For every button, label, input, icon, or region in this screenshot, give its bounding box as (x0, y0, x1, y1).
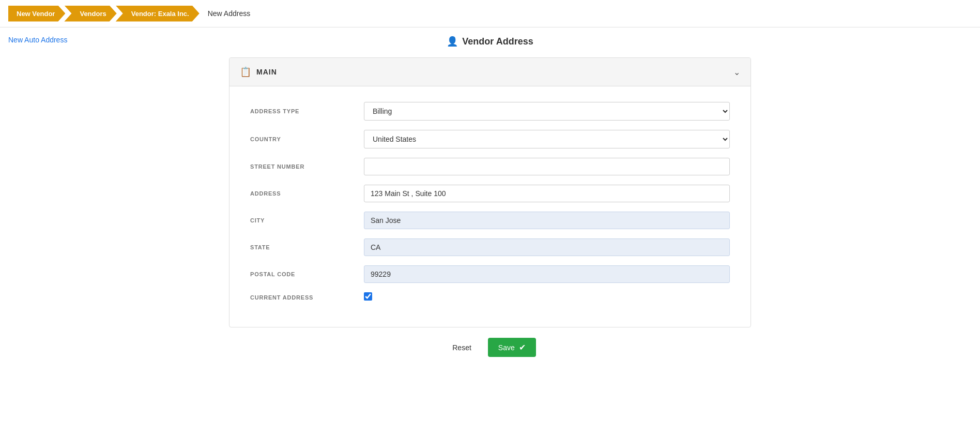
address-label: ADDRESS (250, 190, 364, 197)
street-number-input[interactable] (364, 158, 730, 175)
address-field (364, 185, 730, 202)
address-type-label: ADDRESS TYPE (250, 108, 364, 114)
city-field (364, 212, 730, 229)
street-number-row: STREET NUMBER (250, 158, 730, 175)
city-row: CITY (250, 212, 730, 229)
address-type-field: Billing Shipping Other (364, 102, 730, 121)
address-type-row: ADDRESS TYPE Billing Shipping Other (250, 102, 730, 121)
state-label: STATE (250, 244, 364, 250)
main-card: 📋 MAIN ⌄ ADDRESS TYPE Billing Shipping O… (229, 57, 751, 327)
card-header-left: 📋 MAIN (240, 66, 277, 78)
address-row: ADDRESS (250, 185, 730, 202)
breadcrumb-vendor-exala[interactable]: Vendor: Exala Inc. (116, 6, 200, 22)
current-address-checkbox[interactable] (364, 292, 372, 301)
vendor-address-icon: 👤 (447, 36, 458, 47)
footer-buttons: Reset Save ✔ (0, 327, 980, 367)
breadcrumb-vendor-exala-label: Vendor: Exala Inc. (131, 10, 189, 18)
page-content: New Auto Address 👤 Vendor Address 📋 MAIN… (0, 27, 980, 376)
city-input[interactable] (364, 212, 730, 229)
breadcrumb-vendors[interactable]: Vendors (64, 6, 116, 22)
state-input[interactable] (364, 238, 730, 256)
state-row: STATE (250, 238, 730, 256)
current-address-field (364, 292, 730, 302)
breadcrumb-vendors-label: Vendors (80, 10, 106, 18)
breadcrumb-new-vendor-label: New Vendor (17, 10, 55, 18)
card-copy-icon: 📋 (240, 66, 251, 78)
breadcrumb: New Vendor Vendors Vendor: Exala Inc. Ne… (0, 0, 980, 27)
card-header: 📋 MAIN ⌄ (229, 58, 751, 86)
country-label: COUNTRY (250, 136, 364, 142)
postal-code-row: POSTAL CODE (250, 265, 730, 283)
save-check-icon: ✔ (519, 342, 526, 352)
state-field (364, 238, 730, 256)
new-auto-address-link[interactable]: New Auto Address (8, 36, 67, 44)
current-address-row: CURRENT ADDRESS (250, 292, 730, 302)
current-address-label: CURRENT ADDRESS (250, 294, 364, 301)
postal-code-input[interactable] (364, 265, 730, 283)
breadcrumb-new-vendor[interactable]: New Vendor (8, 6, 65, 22)
reset-button[interactable]: Reset (444, 339, 480, 356)
card-title: MAIN (256, 68, 277, 76)
chevron-down-icon[interactable]: ⌄ (733, 67, 740, 77)
city-label: CITY (250, 217, 364, 223)
country-select[interactable]: United States Canada Mexico (364, 130, 730, 148)
page-title: Vendor Address (462, 36, 533, 47)
street-number-label: STREET NUMBER (250, 163, 364, 170)
country-row: COUNTRY United States Canada Mexico (250, 130, 730, 148)
page-title-container: 👤 Vendor Address (0, 36, 980, 47)
card-body: ADDRESS TYPE Billing Shipping Other COUN… (229, 86, 751, 327)
breadcrumb-current: New Address (200, 5, 258, 22)
address-input[interactable] (364, 185, 730, 202)
postal-code-label: POSTAL CODE (250, 271, 364, 277)
save-label: Save (498, 344, 515, 352)
street-number-field (364, 158, 730, 175)
save-button[interactable]: Save ✔ (488, 338, 536, 357)
postal-code-field (364, 265, 730, 283)
address-type-select[interactable]: Billing Shipping Other (364, 102, 730, 121)
country-field: United States Canada Mexico (364, 130, 730, 148)
